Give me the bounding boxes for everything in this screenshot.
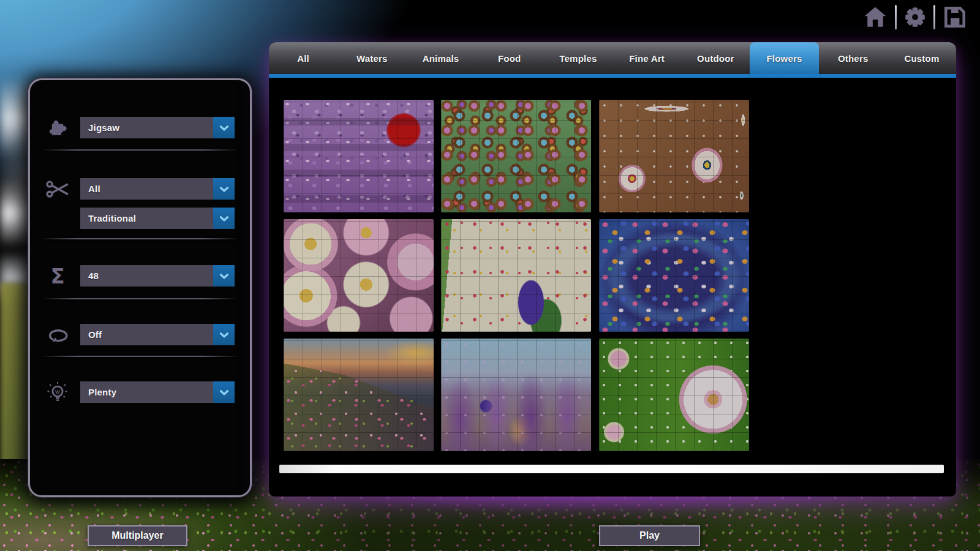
svg-text:w: w: [55, 388, 60, 395]
settings-divider: [41, 149, 239, 151]
topbar: [862, 2, 968, 32]
puzzle-thumbnail[interactable]: [441, 100, 591, 212]
settings-divider: [41, 356, 239, 357]
puzzle-settings-panel: Jigsaw All: [28, 78, 252, 497]
hint-bulb-icon: w: [44, 379, 71, 406]
settings-row-cut-category: All: [30, 178, 250, 200]
tabbar-accent-line: [269, 74, 956, 78]
save-icon[interactable]: [942, 4, 968, 30]
rotation-dropdown[interactable]: Off: [80, 324, 235, 345]
cut-style-dropdown[interactable]: Traditional: [80, 208, 235, 229]
app-window: Jigsaw All: [0, 0, 980, 551]
sigma-icon: Σ: [44, 263, 71, 290]
puzzle-thumbnail[interactable]: [441, 219, 591, 332]
rotation-icon: [44, 321, 71, 348]
tab-waters[interactable]: Waters: [337, 42, 406, 74]
chevron-down-icon[interactable]: [213, 178, 235, 200]
cut-category-dropdown[interactable]: All: [80, 178, 235, 200]
tab-temples[interactable]: Temples: [544, 42, 612, 74]
puzzle-thumbnail[interactable]: [284, 339, 434, 451]
chevron-down-icon[interactable]: [213, 324, 235, 345]
puzzle-thumbnail[interactable]: [599, 339, 749, 451]
cut-category-value: All: [80, 184, 213, 194]
puzzle-gallery-panel: All Waters Animals Food Temples Fine Art…: [269, 42, 956, 497]
puzzle-piece-icon: [44, 114, 71, 141]
topbar-divider: [895, 5, 897, 29]
hints-dropdown[interactable]: Plenty: [80, 381, 235, 403]
home-icon[interactable]: [862, 4, 888, 30]
tab-all[interactable]: All: [269, 42, 337, 74]
puzzle-thumbnail[interactable]: [284, 100, 434, 212]
settings-row-hints: w Plenty: [30, 381, 250, 403]
cut-style-value: Traditional: [80, 213, 213, 223]
tab-others[interactable]: Others: [819, 42, 888, 74]
tab-fine-art[interactable]: Fine Art: [612, 42, 681, 74]
settings-row-piece-count: Σ 48: [30, 265, 250, 287]
puzzle-thumbnail[interactable]: [284, 219, 434, 332]
chevron-down-icon[interactable]: [213, 381, 235, 403]
tab-animals[interactable]: Animals: [406, 42, 475, 74]
tab-custom[interactable]: Custom: [888, 42, 956, 74]
hints-value: Plenty: [80, 387, 213, 397]
topbar-divider: [933, 5, 935, 29]
tab-food[interactable]: Food: [475, 42, 544, 74]
chevron-down-icon[interactable]: [213, 265, 235, 287]
settings-divider: [41, 238, 239, 239]
puzzle-thumbnail[interactable]: [599, 219, 749, 332]
tab-outdoor[interactable]: Outdoor: [681, 42, 750, 74]
puzzle-thumbnail[interactable]: [441, 339, 591, 451]
category-tabbar: All Waters Animals Food Temples Fine Art…: [269, 42, 956, 74]
piece-style-value: Jigsaw: [80, 122, 213, 133]
piece-count-dropdown[interactable]: 48: [80, 265, 235, 287]
gallery-horizontal-scrollbar[interactable]: [279, 465, 944, 473]
settings-gear-icon[interactable]: [903, 6, 927, 29]
piece-count-value: 48: [80, 271, 213, 281]
settings-row-piece-style: Jigsaw: [30, 117, 250, 138]
rotation-value: Off: [80, 329, 213, 340]
piece-style-dropdown[interactable]: Jigsaw: [80, 117, 235, 138]
settings-row-rotation: Off: [30, 324, 250, 345]
multiplayer-button[interactable]: Multiplayer: [88, 525, 187, 546]
tab-flowers[interactable]: Flowers: [750, 42, 818, 74]
puzzle-thumbnail[interactable]: [599, 100, 749, 212]
settings-divider: [41, 298, 239, 299]
chevron-down-icon[interactable]: [213, 208, 235, 229]
scissors-icon: [44, 176, 71, 203]
chevron-down-icon[interactable]: [213, 117, 235, 138]
settings-row-cut-style: Traditional: [30, 208, 250, 229]
play-button[interactable]: Play: [599, 525, 700, 546]
